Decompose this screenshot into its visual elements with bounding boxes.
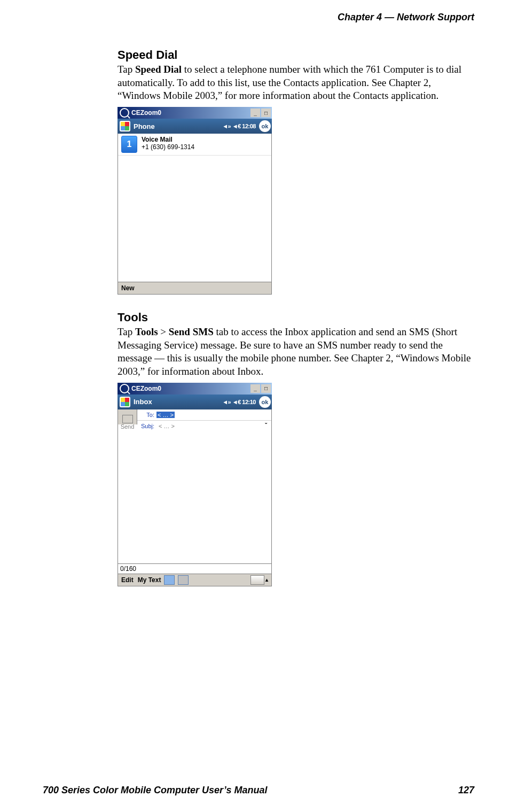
main-content: Speed Dial Tap Speed Dial to select a te… (118, 48, 475, 586)
status-icons: ◄» ◄€ 12:08 (222, 123, 256, 129)
to-label: To: (137, 412, 156, 418)
sip-keyboard-icon[interactable] (250, 575, 264, 585)
nav-app-title: Inbox (134, 398, 152, 406)
to-field[interactable]: < … > (156, 412, 175, 418)
magnifier-icon (120, 384, 129, 393)
text: > (158, 326, 169, 337)
status-icons: ◄» ◄€ 12:10 (222, 399, 256, 405)
char-count: 0/160 (118, 563, 271, 574)
speed-dial-text: Voice Mail +1 (630) 699-1314 (142, 136, 194, 153)
text: Tap (118, 64, 135, 75)
maximize-button[interactable]: □ (261, 384, 271, 393)
minimize-button[interactable]: _ (250, 109, 260, 117)
page: Chapter 4 — Network Support Speed Dial T… (0, 0, 517, 812)
send-label: Send (119, 423, 136, 430)
screenshot-phone-speed-dial: CEZoom0 _ □ Phone ◄» ◄€ 12:08 ok 1 (118, 107, 272, 295)
paragraph-tools: Tap Tools > Send SMS tab to access the I… (118, 326, 475, 378)
speed-dial-number: +1 (630) 699-1314 (142, 143, 194, 151)
speed-dial-index: 1 (121, 136, 137, 153)
text-bold: Speed Dial (135, 64, 182, 75)
ok-button[interactable]: ok (259, 120, 271, 132)
speed-dial-item[interactable]: 1 Voice Mail +1 (630) 699-1314 (118, 134, 271, 156)
section-speed-dial: Speed Dial Tap Speed Dial to select a te… (118, 48, 475, 295)
section-tools: Tools Tap Tools > Send SMS tab to access… (118, 311, 475, 586)
start-flag-icon[interactable] (120, 121, 130, 132)
footer-page-number: 127 (458, 785, 474, 796)
client-area: Send To: < … > Subj: < … > ˇ (118, 409, 272, 586)
speed-dial-name: Voice Mail (142, 136, 194, 143)
screenshot-inbox-compose: CEZoom0 _ □ Inbox ◄» ◄€ 12:10 ok (118, 383, 272, 586)
heading-speed-dial: Speed Dial (118, 48, 475, 62)
speed-dial-list[interactable]: 1 Voice Mail +1 (630) 699-1314 (118, 134, 271, 282)
client-area: 1 Voice Mail +1 (630) 699-1314 New (118, 134, 272, 295)
send-button[interactable]: Send (118, 409, 137, 424)
footer-manual-title: 700 Series Color Mobile Computer User’s … (43, 785, 267, 796)
menu-bar: Edit My Text ▴ (118, 574, 271, 586)
menu-my-text[interactable]: My Text (138, 576, 161, 584)
attachment-icon[interactable] (164, 575, 175, 585)
menu-bar: New (118, 282, 271, 294)
text: Tap (118, 326, 135, 337)
text-bold: Send SMS (169, 326, 214, 337)
subj-field[interactable]: < … > (156, 423, 265, 429)
menu-edit[interactable]: Edit (121, 576, 134, 584)
text-bold: Tools (135, 326, 158, 337)
envelope-icon (122, 415, 133, 423)
ok-button[interactable]: ok (259, 396, 271, 408)
window-title: CEZoom0 (131, 109, 161, 117)
menu-new[interactable]: New (121, 284, 135, 292)
subj-label: Subj: (137, 423, 156, 429)
page-footer: 700 Series Color Mobile Computer User’s … (43, 785, 474, 796)
minimize-button[interactable]: _ (250, 384, 260, 393)
paragraph-speed-dial: Tap Speed Dial to select a telephone num… (118, 63, 475, 103)
expand-chevron-icon[interactable]: ˇ (265, 422, 271, 430)
heading-tools: Tools (118, 311, 475, 324)
magnifier-icon (120, 108, 129, 118)
window-titlebar: CEZoom0 _ □ (118, 383, 272, 395)
nav-app-title: Phone (134, 122, 155, 130)
nav-bar: Inbox ◄» ◄€ 12:10 ok (118, 395, 272, 409)
recorder-icon[interactable] (178, 575, 189, 585)
running-header: Chapter 4 — Network Support (338, 12, 474, 23)
message-body[interactable] (118, 431, 271, 563)
window-title: CEZoom0 (131, 385, 161, 392)
compose-header: Send To: < … > Subj: < … > ˇ (118, 409, 271, 431)
start-flag-icon[interactable] (120, 397, 130, 407)
maximize-button[interactable]: □ (261, 109, 271, 117)
sip-arrow-icon[interactable]: ▴ (264, 577, 268, 583)
window-titlebar: CEZoom0 _ □ (118, 107, 272, 119)
nav-bar: Phone ◄» ◄€ 12:08 ok (118, 119, 272, 134)
